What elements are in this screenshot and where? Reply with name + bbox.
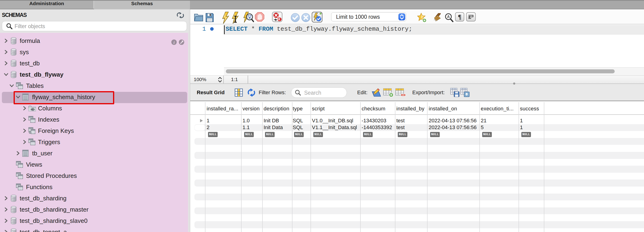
svg-text:i: i xyxy=(174,40,175,45)
svg-text:¶: ¶ xyxy=(458,13,461,20)
svg-text:A: A xyxy=(447,15,450,19)
